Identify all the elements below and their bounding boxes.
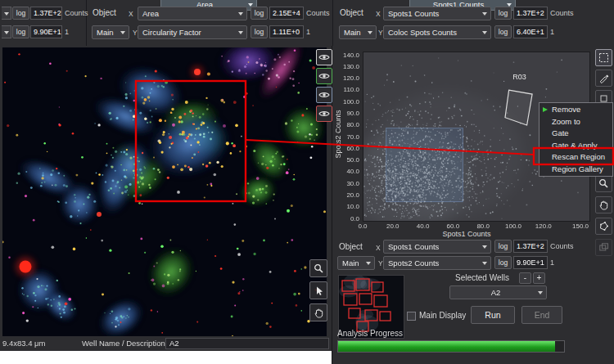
population-dropdown[interactable]: Main <box>92 25 129 39</box>
green-arrow-icon <box>543 107 548 112</box>
x-property-dropdown[interactable]: Area <box>138 7 247 20</box>
x-axis-tag: X <box>129 10 133 18</box>
y-tick-label: 80.0 <box>335 121 359 128</box>
y-tick-label: 140.0 <box>335 52 359 59</box>
channel-4-visibility-toggle[interactable] <box>316 106 332 122</box>
progress-fill <box>338 341 555 352</box>
svg-text:R03: R03 <box>512 73 526 81</box>
value-field[interactable]: 1.11E+0 <box>269 25 304 38</box>
end-button[interactable]: End <box>521 306 562 324</box>
chevron-down-icon[interactable] <box>2 25 11 38</box>
chevron-down-icon[interactable] <box>2 7 11 20</box>
y-tick-label: 0.0 <box>335 215 359 222</box>
value-field[interactable]: 2.15E+4 <box>269 7 304 20</box>
main-display-label: Main Display <box>419 311 466 321</box>
tool-pan-button[interactable] <box>595 196 612 213</box>
selected-wells-label: Selected Wells <box>455 273 509 283</box>
x-tick-label: 60.0 <box>440 222 465 230</box>
y-tick-label: 90.0 <box>335 110 359 117</box>
region-context-menu: RemoveZoom toGateGate & ApplyRescan Regi… <box>539 102 613 177</box>
channel-2-visibility-toggle[interactable] <box>316 68 332 84</box>
pan-icon <box>598 200 609 210</box>
x-axis-tag: X <box>376 244 381 252</box>
object-label: Object <box>93 8 116 18</box>
image-pointer-tool-button[interactable] <box>309 281 327 299</box>
value-field[interactable]: 1.37E+2 <box>513 7 548 20</box>
y-property-dropdown[interactable]: Circularity Factor <box>138 25 247 39</box>
polygon-gate-icon <box>598 221 609 231</box>
run-button[interactable]: Run <box>471 306 515 324</box>
x-tick-label: 0.0 <box>350 222 375 230</box>
x-property-dropdown[interactable]: Spots1 Counts <box>383 240 491 254</box>
menu-item-remove[interactable]: Remove <box>540 104 612 116</box>
panel-separator <box>86 0 87 46</box>
log-toggle[interactable]: log <box>251 25 268 38</box>
population-dropdown[interactable]: Main <box>337 256 375 270</box>
log-toggle[interactable]: log <box>494 25 512 38</box>
menu-item-rescan-region[interactable]: Rescan Region <box>540 151 612 164</box>
log-toggle[interactable]: log <box>494 256 512 269</box>
value-field[interactable]: 9.90E+1 <box>513 256 548 269</box>
analysis-progress-label: Analysis Progress <box>337 329 403 339</box>
well-name-field[interactable]: A2 <box>165 338 329 349</box>
menu-item-region-gallery[interactable]: Region Gallery <box>540 164 612 176</box>
image-pan-tool-button[interactable] <box>309 303 327 321</box>
y-tick-label: 100.0 <box>335 98 359 106</box>
eye-icon <box>318 110 330 118</box>
y-property-dropdown[interactable]: Spots2 Counts <box>383 256 491 270</box>
zoom-icon <box>314 263 324 274</box>
object-label: Object <box>340 8 363 18</box>
y-axis-tag: Y <box>133 29 138 37</box>
object-label: Object <box>339 242 363 252</box>
tool-zoom-button[interactable] <box>595 175 612 192</box>
well-name-label: Well Name / Description <box>82 339 165 348</box>
image-zoom-tool-button[interactable] <box>309 259 327 277</box>
unit-label: 1 <box>550 258 554 267</box>
tool-region-draw-button[interactable] <box>595 70 612 87</box>
image-scale-text: 9.4x83.4 μm <box>2 339 45 348</box>
population-dropdown[interactable]: Main <box>339 25 377 39</box>
pan-icon <box>314 308 324 318</box>
add-well-button[interactable]: + <box>533 272 545 284</box>
value-field[interactable]: 9.90E+1 <box>30 25 62 38</box>
eye-icon <box>318 72 330 80</box>
menu-item-gate[interactable]: Gate <box>540 128 612 140</box>
x-tick-label: 40.0 <box>411 222 436 230</box>
unit-label: 1 <box>306 28 310 37</box>
log-toggle[interactable]: log <box>251 7 268 20</box>
menu-item-zoom-to[interactable]: Zoom to <box>540 116 612 128</box>
log-toggle[interactable]: log <box>12 7 29 20</box>
x-property-dropdown[interactable]: Spots1 Counts <box>383 7 491 20</box>
x-axis-tag: X <box>376 10 381 18</box>
zoom-icon <box>598 178 609 189</box>
y-property-dropdown[interactable]: Coloc Spots Counts <box>383 25 491 39</box>
y-axis-tag: Y <box>378 29 383 37</box>
unit-label: Counts <box>550 242 574 251</box>
value-field[interactable]: 1.37E+2 <box>513 240 548 253</box>
y-tick-label: 20.0 <box>335 191 359 199</box>
y-tick-label: 10.0 <box>335 203 359 210</box>
region-draw-icon <box>598 73 609 83</box>
well-selector-dropdown[interactable]: A2 <box>449 285 547 299</box>
y-tick-label: 130.0 <box>335 63 359 70</box>
y-tick-label: 40.0 <box>335 168 359 175</box>
menu-item-gate-apply[interactable]: Gate & Apply <box>540 140 612 152</box>
pointer-icon <box>314 285 324 296</box>
tool-polygon-gate-button[interactable] <box>595 218 612 235</box>
tool-region-gallery-button[interactable] <box>595 239 612 256</box>
main-display-checkbox[interactable] <box>407 312 416 321</box>
channel-3-visibility-toggle[interactable] <box>316 87 332 103</box>
microscopy-image[interactable] <box>2 47 327 336</box>
app-window: log 1.37E+2 Counts log 9.90E+1 1 Area Ob… <box>0 0 614 364</box>
log-toggle[interactable]: log <box>494 7 512 20</box>
channel-1-visibility-toggle[interactable] <box>316 49 332 65</box>
value-field[interactable]: 1.37E+2 <box>30 7 62 20</box>
y-tick-label: 30.0 <box>335 180 359 187</box>
log-toggle[interactable]: log <box>494 240 512 253</box>
remove-well-button[interactable]: - <box>519 272 531 284</box>
x-tick-label: 100.0 <box>501 222 526 230</box>
unit-label: 1 <box>550 28 554 37</box>
value-field[interactable]: 6.40E+1 <box>513 25 548 38</box>
log-toggle[interactable]: log <box>12 25 29 38</box>
tool-region-rect-select-button[interactable] <box>595 49 612 66</box>
